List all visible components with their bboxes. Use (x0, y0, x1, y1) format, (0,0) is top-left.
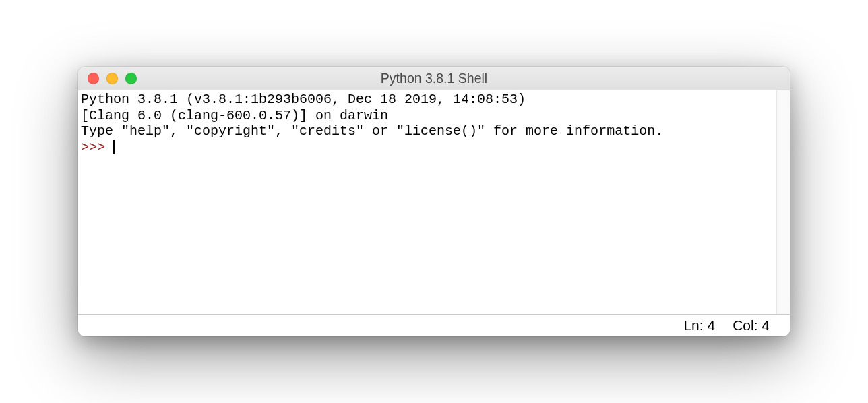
shell-prompt: >>> (81, 140, 113, 155)
shell-compiler-line: [Clang 6.0 (clang-600.0.57)] on darwin (81, 108, 388, 123)
shell-version-line: Python 3.8.1 (v3.8.1:1b293b6006, Dec 18 … (81, 92, 534, 107)
statusbar: Ln: 4 Col: 4 (78, 314, 790, 336)
close-icon[interactable] (88, 73, 99, 84)
maximize-icon[interactable] (125, 73, 137, 84)
window-title: Python 3.8.1 Shell (78, 71, 790, 86)
shell-window: Python 3.8.1 Shell Python 3.8.1 (v3.8.1:… (78, 67, 790, 336)
vertical-scrollbar[interactable] (776, 90, 790, 314)
shell-text-area[interactable]: Python 3.8.1 (v3.8.1:1b293b6006, Dec 18 … (78, 90, 776, 314)
titlebar: Python 3.8.1 Shell (78, 67, 790, 90)
status-col-number: Col: 4 (733, 317, 770, 334)
text-cursor (113, 140, 115, 154)
content-area: Python 3.8.1 (v3.8.1:1b293b6006, Dec 18 … (78, 90, 790, 314)
shell-help-line: Type "help", "copyright", "credits" or "… (81, 123, 663, 139)
minimize-icon[interactable] (106, 73, 118, 84)
traffic-lights (78, 73, 137, 84)
status-line-number: Ln: 4 (683, 317, 715, 334)
